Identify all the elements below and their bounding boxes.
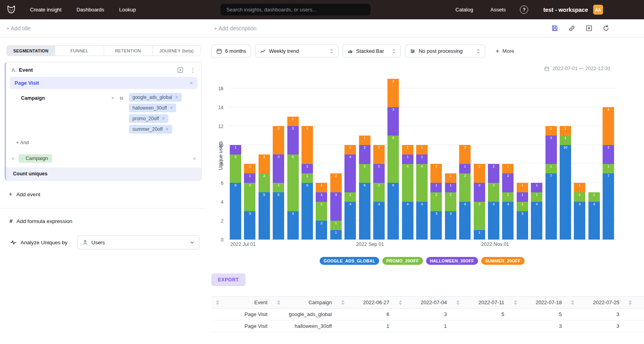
segment-promo_20off[interactable]: 1 [344, 192, 356, 202]
user-avatar[interactable]: AA [593, 5, 603, 15]
segment-halloween_30off[interactable]: 3 [330, 192, 342, 221]
bar-2022-07-18[interactable]: 5133 [273, 126, 284, 240]
segment-google_ads_global[interactable]: 4 [588, 202, 600, 240]
filter-tag[interactable]: halloween_30off × [129, 104, 176, 112]
segment-promo_20off[interactable]: 1 [302, 173, 313, 183]
column-header-Event[interactable]: Event [211, 297, 272, 309]
segment-halloween_30off[interactable]: 3 [545, 136, 557, 164]
segment-halloween_30off[interactable]: 2 [603, 145, 614, 164]
remove-tag-icon[interactable]: × [162, 116, 165, 121]
remove-filter-icon[interactable]: × [111, 95, 114, 100]
sort-icon[interactable] [514, 300, 517, 305]
segment-google_ads_global[interactable]: 3 [430, 211, 442, 240]
remove-tag-icon[interactable]: × [170, 106, 173, 110]
segment-promo_20off[interactable]: 1 [531, 192, 542, 202]
bar-2022-08-15[interactable]: 1132 [330, 173, 342, 240]
app-logo-cat-icon[interactable] [6, 4, 17, 15]
column-header-2022-07-11[interactable]: 2022-07-11 [452, 297, 509, 309]
segment-halloween_30off[interactable]: 2 [502, 173, 514, 192]
post-processing-select[interactable]: No post processing [405, 45, 485, 58]
segment-google_ads_global[interactable]: 4 [531, 202, 542, 240]
segment-halloween_30off[interactable]: 1 [416, 154, 428, 164]
segment-summer_20off[interactable]: 3 [387, 79, 399, 107]
segment-google_ads_global[interactable]: 3 [287, 211, 299, 240]
sort-icon[interactable] [341, 300, 344, 305]
legend-google_ads_global[interactable]: GOOGLE_ADS_GLOBAL [320, 257, 379, 265]
segment-google_ads_global[interactable]: 4 [459, 202, 471, 240]
bar-2022-10-10[interactable]: 3211 [445, 173, 456, 240]
segment-halloween_30off[interactable]: 2 [488, 164, 499, 183]
bar-2022-10-17[interactable]: 4312 [459, 145, 471, 240]
segment-halloween_30off[interactable]: 2 [373, 164, 385, 183]
bar-2022-08-29[interactable]: 6221 [359, 136, 370, 240]
column-header-Campaign[interactable]: Campaign [272, 297, 337, 309]
filter-property[interactable]: Campaign [21, 95, 45, 101]
segment-halloween_30off[interactable]: 1 [531, 183, 542, 192]
nav-dashboards[interactable]: Dashboards [76, 7, 104, 13]
segment-promo_20off[interactable]: 1 [588, 192, 600, 202]
bar-2022-10-31[interactable]: 422 [488, 164, 499, 240]
aggregation-selector[interactable]: Count uniques [6, 167, 201, 180]
bar-2022-12-12[interactable]: 411 [574, 183, 585, 240]
segment-summer_20off[interactable]: 1 [574, 183, 585, 192]
segment-google_ads_global[interactable]: 7 [603, 173, 614, 240]
segment-summer_20off[interactable]: 1 [560, 126, 571, 136]
segment-promo_20off[interactable]: 2 [373, 183, 385, 202]
time-window-button[interactable]: 6 months [211, 45, 251, 58]
segment-google_ads_global[interactable]: 5 [259, 192, 270, 240]
segment-halloween_30off[interactable]: 3 [273, 154, 284, 183]
nav-assets[interactable]: Assets [490, 7, 506, 13]
segment-google_ads_global[interactable]: 6 [302, 183, 313, 240]
segment-promo_20off[interactable]: 1 [330, 221, 342, 230]
segment-summer_20off[interactable]: 1 [517, 183, 528, 192]
bar-2022-10-03[interactable]: 3212 [430, 164, 442, 240]
event-selector-row[interactable]: Page Visit × [10, 77, 197, 89]
filter-tag[interactable]: google_ads_global × [129, 93, 182, 102]
bar-2022-07-11[interactable]: 522 [259, 154, 270, 240]
column-header-2022-06-27[interactable]: 2022-06-27 [337, 297, 394, 309]
legend-summer_20off[interactable]: SUMMER_20OFF [481, 257, 525, 265]
column-header-2022-07-04[interactable]: 2022-07-04 [394, 297, 452, 309]
bar-2022-08-22[interactable]: 4141 [344, 145, 356, 240]
tab-funnel[interactable]: FUNNEL [55, 46, 104, 56]
segment-promo_20off[interactable]: 2 [316, 202, 327, 221]
segment-promo_20off[interactable]: 2 [445, 192, 456, 211]
segment-summer_20off[interactable]: 1 [359, 136, 370, 145]
filter-tag[interactable]: summer_20off × [129, 125, 172, 134]
breakdown-pill[interactable]: · Campaign [19, 154, 52, 163]
help-icon[interactable]: ? [520, 6, 528, 14]
bar-2022-11-28[interactable]: 7131 [545, 126, 557, 240]
segment-halloween_30off[interactable]: 2 [474, 183, 485, 202]
segment-promo_20off[interactable]: 1 [517, 202, 528, 211]
export-button[interactable]: EXPORT [211, 273, 246, 286]
clear-icon[interactable] [586, 25, 592, 32]
segment-halloween_30off[interactable]: 1 [316, 192, 327, 202]
segment-summer_20off[interactable]: 2 [430, 164, 442, 183]
bar-2022-08-01[interactable]: 6114 [302, 126, 313, 240]
bar-2022-11-07[interactable]: 4121 [502, 164, 514, 240]
add-formula-button[interactable]: # Add formula expression [9, 218, 73, 224]
workspace-name[interactable]: test - workspace [543, 7, 588, 13]
tab-retention[interactable]: RETENTION [104, 46, 153, 56]
bar-2022-11-14[interactable]: 3111 [517, 183, 528, 240]
bar-2022-11-21[interactable]: 411 [531, 183, 542, 240]
sort-icon[interactable] [571, 300, 574, 305]
add-filter-icon[interactable] [177, 67, 183, 73]
bar-2022-09-19[interactable]: 4411 [402, 145, 413, 240]
segment-halloween_30off[interactable]: 4 [344, 154, 356, 192]
tab-segmentation[interactable]: SEGMENTATION [7, 46, 55, 56]
column-header-2022-07-25[interactable]: 2022-07-25 [566, 297, 624, 309]
segment-promo_20off[interactable]: 2 [430, 192, 442, 211]
segment-google_ads_global[interactable]: 7 [545, 173, 557, 240]
segment-halloween_30off[interactable]: 1 [459, 164, 471, 173]
segment-google_ads_global[interactable]: 2 [316, 221, 327, 240]
more-button[interactable]: + More [495, 48, 514, 55]
segment-summer_20off[interactable]: 1 [316, 183, 327, 192]
segment-google_ads_global[interactable]: 6 [230, 183, 241, 240]
nav-create-insight[interactable]: Create insight [30, 7, 61, 13]
trend-select[interactable]: Weekly trend [255, 45, 339, 58]
segment-promo_20off[interactable]: 2 [488, 183, 499, 202]
segment-google_ads_global[interactable]: 6 [359, 183, 370, 240]
segment-halloween_30off[interactable]: 1 [430, 183, 442, 192]
bar-2022-09-05[interactable]: 4222 [373, 145, 385, 240]
